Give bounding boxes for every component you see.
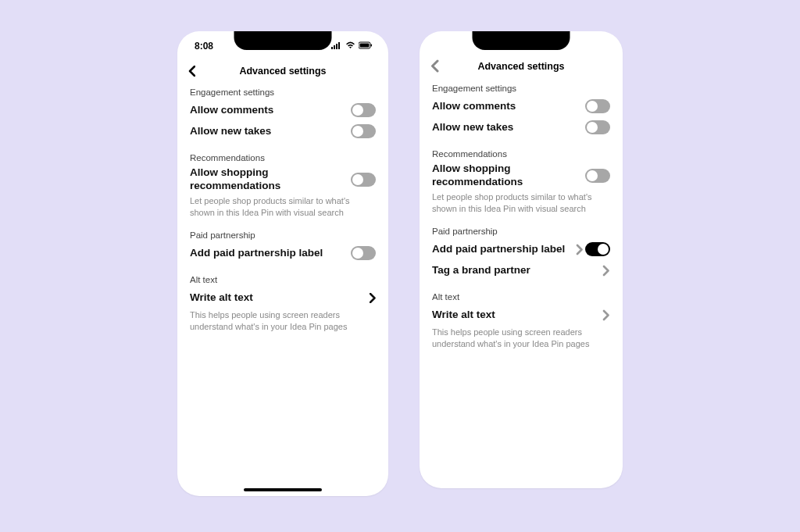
svg-rect-0: [331, 47, 333, 49]
section-paid-partnership: Paid partnership Add paid partnership la…: [432, 227, 610, 280]
toggle-paid-partnership[interactable]: [351, 246, 376, 260]
back-button[interactable]: [188, 66, 202, 77]
section-recommendations: Recommendations Allow shopping recommend…: [432, 149, 610, 214]
row-label: Allow new takes: [432, 121, 513, 134]
chevron-right-icon: [576, 244, 584, 255]
row-label: Allow shopping recommendations: [190, 166, 330, 193]
page-title: Advanced settings: [477, 61, 564, 72]
toggle-allow-new-takes[interactable]: [585, 120, 610, 134]
section-label: Paid partnership: [190, 230, 376, 240]
row-allow-shopping: Allow shopping recommendations: [432, 162, 610, 189]
back-button[interactable]: [430, 59, 445, 73]
page-title: Advanced settings: [239, 66, 326, 77]
content: Engagement settings Allow comments Allow…: [420, 80, 623, 362]
svg-rect-2: [336, 44, 338, 49]
helper-text: Let people shop products similar to what…: [190, 195, 376, 219]
content: Engagement settings Allow comments Allow…: [177, 84, 388, 345]
toggle-allow-comments[interactable]: [585, 99, 610, 113]
svg-rect-5: [360, 44, 370, 48]
svg-rect-3: [338, 42, 340, 49]
home-indicator[interactable]: [244, 488, 322, 491]
section-label: Paid partnership: [432, 227, 610, 236]
toggle-allow-new-takes[interactable]: [351, 124, 376, 138]
row-add-paid-label: Add paid partnership label: [432, 240, 610, 259]
row-label: Allow comments: [190, 104, 273, 117]
row-allow-comments: Allow comments: [432, 97, 610, 116]
row-label: Add paid partnership label: [190, 247, 323, 260]
row-label: Allow new takes: [190, 125, 271, 138]
helper-text: Let people shop products similar to what…: [432, 191, 610, 215]
section-label: Recommendations: [190, 153, 376, 162]
toggle-paid-partnership[interactable]: [585, 242, 610, 256]
section-recommendations: Recommendations Allow shopping recommend…: [190, 153, 376, 218]
row-add-paid-label: Add paid partnership label: [190, 244, 376, 262]
header: Advanced settings: [177, 61, 388, 84]
section-label: Alt text: [190, 275, 376, 284]
row-tag-brand-partner[interactable]: Tag a brand partner: [432, 261, 610, 280]
svg-rect-1: [334, 45, 335, 49]
section-paid-partnership: Paid partnership Add paid partnership la…: [190, 230, 376, 262]
phone-right: Advanced settings Engagement settings Al…: [420, 31, 623, 488]
status-time: 8:08: [195, 41, 213, 52]
signal-icon: [331, 41, 342, 52]
header: Advanced settings: [420, 55, 623, 80]
section-engagement: Engagement settings Allow comments Allow…: [432, 84, 610, 137]
row-label: Write alt text: [432, 309, 495, 322]
helper-text: This helps people using screen readers u…: [432, 327, 610, 350]
section-label: Recommendations: [432, 149, 610, 159]
notch: [473, 31, 570, 50]
section-alt-text: Alt text Write alt text This helps peopl…: [190, 275, 376, 333]
row-allow-new-takes: Allow new takes: [432, 118, 610, 137]
svg-rect-6: [371, 45, 373, 47]
toggle-allow-shopping[interactable]: [585, 169, 610, 183]
row-allow-new-takes: Allow new takes: [190, 122, 376, 141]
chevron-right-icon: [602, 265, 610, 277]
chevron-right-icon: [370, 293, 376, 303]
row-write-alt-text[interactable]: Write alt text: [190, 288, 376, 307]
toggle-allow-comments[interactable]: [351, 103, 376, 117]
notch: [234, 31, 332, 50]
toggle-allow-shopping[interactable]: [351, 173, 376, 187]
row-allow-comments: Allow comments: [190, 101, 376, 120]
row-label: Tag a brand partner: [432, 264, 530, 277]
chevron-right-icon: [602, 309, 610, 321]
row-label: Add paid partnership label: [432, 243, 565, 256]
battery-icon: [359, 41, 373, 52]
row-allow-shopping: Allow shopping recommendations: [190, 166, 376, 193]
section-label: Alt text: [432, 292, 610, 302]
helper-text: This helps people using screen readers u…: [190, 309, 376, 333]
row-write-alt-text[interactable]: Write alt text: [432, 305, 610, 324]
section-alt-text: Alt text Write alt text This helps peopl…: [432, 292, 610, 350]
section-engagement: Engagement settings Allow comments Allow…: [190, 87, 376, 141]
section-label: Engagement settings: [190, 87, 376, 97]
row-label: Allow comments: [432, 100, 516, 113]
row-label: Write alt text: [190, 291, 253, 305]
wifi-icon: [345, 41, 355, 52]
section-label: Engagement settings: [432, 84, 610, 93]
row-label: Allow shopping recommendations: [432, 162, 573, 189]
phone-left: 8:08 Advanced settings Engagement settin…: [177, 31, 388, 496]
